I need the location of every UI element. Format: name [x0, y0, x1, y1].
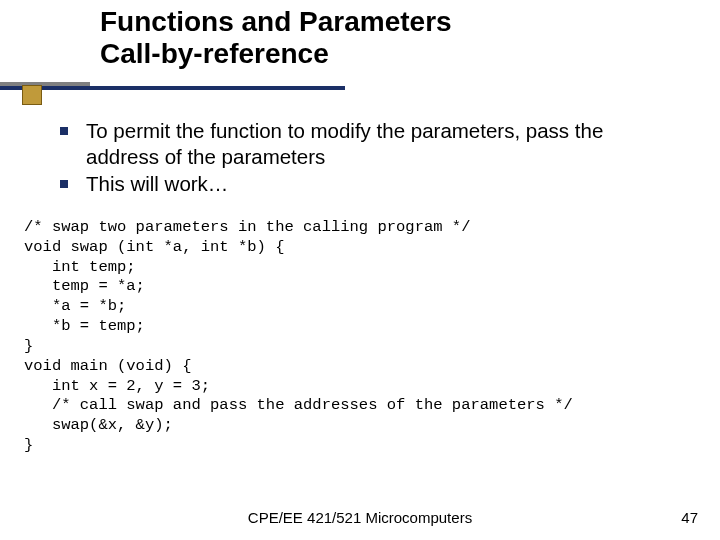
bullet-list: To permit the function to modify the par… [60, 118, 670, 199]
bullet-item: This will work… [60, 171, 670, 197]
bullet-item: To permit the function to modify the par… [60, 118, 670, 169]
slide: Functions and Parameters Call-by-referen… [0, 0, 720, 540]
bullet-marker-icon [60, 180, 68, 188]
rule-navy [0, 86, 345, 90]
page-number: 47 [681, 509, 698, 526]
slide-title: Functions and Parameters Call-by-referen… [100, 6, 452, 70]
accent-box-icon [22, 85, 42, 105]
bullet-text: This will work… [86, 171, 228, 197]
bullet-text: To permit the function to modify the par… [86, 118, 670, 169]
code-block: /* swap two parameters in the calling pr… [24, 218, 573, 456]
footer-course: CPE/EE 421/521 Microcomputers [248, 509, 472, 526]
title-line-2: Call-by-reference [100, 38, 452, 70]
bullet-marker-icon [60, 127, 68, 135]
title-line-1: Functions and Parameters [100, 6, 452, 38]
